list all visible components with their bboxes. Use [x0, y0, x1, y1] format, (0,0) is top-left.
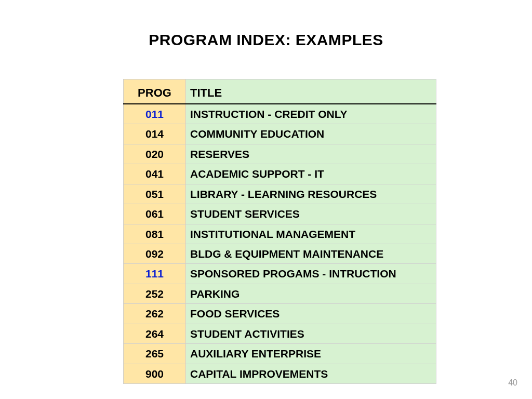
cell-title: SPONSORED PROGAMS - INTRUCTION — [186, 264, 436, 284]
page-number: 40 — [508, 378, 517, 388]
cell-prog: 011 — [124, 104, 186, 124]
table-row: 264STUDENT ACTIVITIES — [124, 324, 436, 343]
program-index-table: PROG TITLE 011INSTRUCTION - CREDIT ONLY0… — [123, 79, 436, 384]
table-row: 265AUXILIARY ENTERPRISE — [124, 344, 436, 364]
table-row: 051LIBRARY - LEARNING RESOURCES — [124, 184, 436, 204]
col-header-title: TITLE — [186, 79, 436, 104]
table-row: 092BLDG & EQUIPMENT MAINTENANCE — [124, 244, 436, 263]
cell-prog: 111 — [124, 264, 186, 284]
cell-prog: 252 — [124, 284, 186, 303]
cell-title: COMMUNITY EDUCATION — [186, 124, 436, 144]
table-row: 252PARKING — [124, 284, 436, 303]
table-header-row: PROG TITLE — [124, 79, 436, 104]
cell-title: STUDENT SERVICES — [186, 204, 436, 224]
col-header-prog: PROG — [124, 79, 186, 104]
cell-title: AUXILIARY ENTERPRISE — [186, 344, 436, 364]
cell-title: PARKING — [186, 284, 436, 303]
cell-prog: 900 — [124, 364, 186, 383]
cell-title: STUDENT ACTIVITIES — [186, 324, 436, 343]
cell-prog: 020 — [124, 144, 186, 164]
cell-prog: 051 — [124, 184, 186, 204]
table-row: 111SPONSORED PROGAMS - INTRUCTION — [124, 264, 436, 284]
table-row: 061STUDENT SERVICES — [124, 204, 436, 224]
table-row: 011INSTRUCTION - CREDIT ONLY — [124, 104, 436, 124]
cell-prog: 014 — [124, 124, 186, 144]
table-row: 900CAPITAL IMPROVEMENTS — [124, 364, 436, 383]
table-row: 014COMMUNITY EDUCATION — [124, 124, 436, 144]
slide-title: PROGRAM INDEX: EXAMPLES — [0, 31, 532, 49]
cell-title: BLDG & EQUIPMENT MAINTENANCE — [186, 244, 436, 263]
cell-title: CAPITAL IMPROVEMENTS — [186, 364, 436, 383]
cell-prog: 262 — [124, 304, 186, 324]
cell-title: LIBRARY - LEARNING RESOURCES — [186, 184, 436, 204]
table-row: 020RESERVES — [124, 144, 436, 164]
cell-prog: 264 — [124, 324, 186, 343]
cell-prog: 041 — [124, 164, 186, 184]
cell-title: ACADEMIC SUPPORT - IT — [186, 164, 436, 184]
cell-title: FOOD SERVICES — [186, 304, 436, 324]
cell-prog: 092 — [124, 244, 186, 263]
table-body: 011INSTRUCTION - CREDIT ONLY014COMMUNITY… — [124, 104, 436, 384]
cell-title: INSTITUTIONAL MANAGEMENT — [186, 224, 436, 244]
cell-title: RESERVES — [186, 144, 436, 164]
slide: PROGRAM INDEX: EXAMPLES PROG TITLE 011IN… — [0, 0, 532, 399]
table-row: 081INSTITUTIONAL MANAGEMENT — [124, 224, 436, 244]
table-row: 262FOOD SERVICES — [124, 304, 436, 324]
program-index-table-wrap: PROG TITLE 011INSTRUCTION - CREDIT ONLY0… — [123, 79, 436, 384]
cell-prog: 061 — [124, 204, 186, 224]
cell-prog: 081 — [124, 224, 186, 244]
cell-title: INSTRUCTION - CREDIT ONLY — [186, 104, 436, 124]
table-row: 041ACADEMIC SUPPORT - IT — [124, 164, 436, 184]
cell-prog: 265 — [124, 344, 186, 364]
